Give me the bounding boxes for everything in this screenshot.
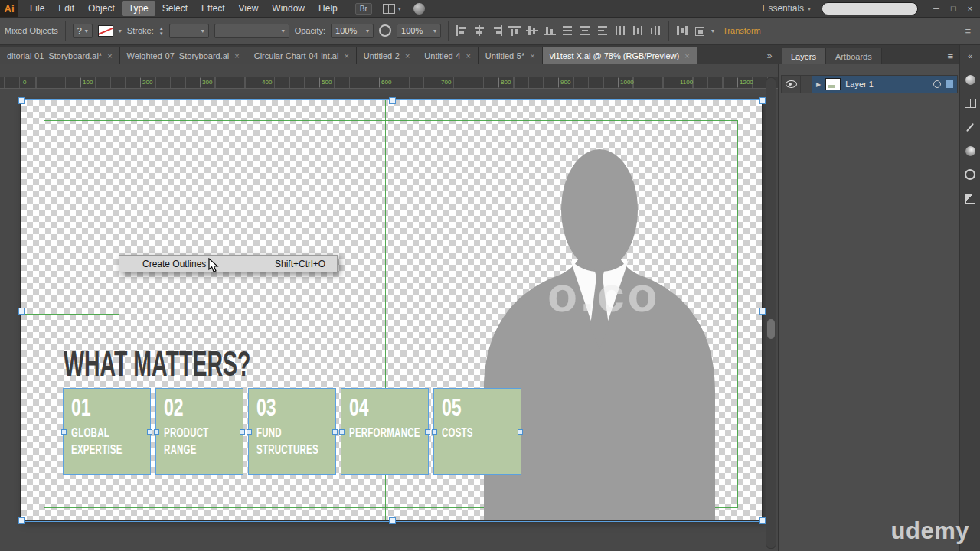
color-panel-icon[interactable] <box>964 73 976 86</box>
panel-tab-layers[interactable]: Layers <box>782 48 826 64</box>
stepper-up-icon[interactable]: ▲ <box>159 26 164 31</box>
headline-text[interactable]: WHAT MATTERS? <box>64 343 250 384</box>
menu-select[interactable]: Select <box>155 1 194 16</box>
menu-file[interactable]: File <box>23 1 51 16</box>
selection-handle[interactable] <box>339 429 345 435</box>
align-center-vertical-icon[interactable] <box>526 25 538 36</box>
info-box[interactable]: 03FUNDSTRUCTURES <box>249 389 335 474</box>
selection-handle[interactable] <box>61 429 67 435</box>
document-tab[interactable]: Circular Chart-04-int.ai× <box>247 47 357 64</box>
document-tab[interactable]: Untitled-4× <box>417 47 479 64</box>
document-setup-icon[interactable] <box>379 24 391 37</box>
align-to-selection-icon[interactable] <box>694 25 706 36</box>
distribute-left-icon[interactable] <box>614 25 626 36</box>
distribute-top-icon[interactable] <box>561 25 573 36</box>
opacity-field[interactable]: 100% ▾ <box>331 24 374 38</box>
document-tab[interactable]: ditorial-01_Storyboard.ai*× <box>0 47 120 64</box>
symbols-panel-icon[interactable] <box>964 145 976 157</box>
distribute-center-horizontal-icon[interactable] <box>632 25 644 36</box>
lock-cell[interactable] <box>801 76 812 93</box>
tab-close-icon[interactable]: × <box>234 51 239 60</box>
menu-type[interactable]: Type <box>122 1 155 16</box>
opacity-label[interactable]: Opacity: <box>295 26 325 35</box>
selection-handle[interactable] <box>154 429 159 435</box>
distribute-spacing-icon[interactable] <box>676 25 688 36</box>
info-box[interactable]: 01GLOBALEXPERTISE <box>64 389 150 474</box>
tab-close-icon[interactable]: × <box>530 51 534 60</box>
align-top-icon[interactable] <box>508 25 521 36</box>
selection-handle[interactable] <box>425 429 430 435</box>
document-tab[interactable]: Weighted-07_Storyboard.ai× <box>120 47 247 64</box>
chevron-down-icon[interactable]: ▾ <box>119 28 122 34</box>
menu-item-create-outlines[interactable]: Create Outlines <box>142 259 206 269</box>
menu-help[interactable]: Help <box>312 1 345 16</box>
stroke-label[interactable]: Stroke: <box>127 26 154 35</box>
brushes-panel-icon[interactable] <box>964 121 976 133</box>
appearance-panel-icon[interactable] <box>964 168 976 181</box>
arrange-documents-icon[interactable] <box>383 4 395 14</box>
menu-view[interactable]: View <box>232 1 266 16</box>
layer-expand-icon[interactable]: ▶ <box>816 81 821 88</box>
style-picker[interactable]: ? ▾ <box>73 24 93 38</box>
document-tab[interactable]: vi1test X.ai @ 78% (RGB/Preview)× <box>543 47 697 64</box>
control-panel-menu-icon[interactable]: ≡ <box>965 25 971 37</box>
tab-close-icon[interactable]: × <box>107 51 112 60</box>
layer-thumbnail[interactable] <box>825 78 841 90</box>
stroke-weight-select[interactable]: ▾ <box>169 24 209 38</box>
align-left-icon[interactable] <box>456 25 468 36</box>
tab-close-icon[interactable]: × <box>466 51 470 60</box>
tab-close-icon[interactable]: × <box>344 51 348 60</box>
info-box[interactable]: 02PRODUCTRANGE <box>156 389 243 474</box>
close-button[interactable]: × <box>968 0 972 17</box>
eye-icon[interactable] <box>786 80 797 88</box>
layer-selection-indicator[interactable] <box>946 80 953 88</box>
collapse-panels-icon[interactable]: « <box>964 50 976 62</box>
selection-handle[interactable] <box>247 429 252 435</box>
chevron-down-icon[interactable]: ▾ <box>398 5 401 12</box>
stroke-weight-stepper[interactable]: ▲ ▼ <box>159 26 164 36</box>
distribute-right-icon[interactable] <box>649 25 662 36</box>
variable-width-profile-select[interactable]: ▾ <box>214 24 289 38</box>
graphic-styles-panel-icon[interactable] <box>964 192 976 204</box>
selection-handle[interactable] <box>332 429 338 435</box>
info-box[interactable]: 05COSTS <box>434 389 521 474</box>
align-center-horizontal-icon[interactable] <box>473 25 485 36</box>
layer-name[interactable]: Layer 1 <box>845 80 874 89</box>
vertical-scrollbar[interactable] <box>766 77 776 549</box>
restore-button[interactable]: □ <box>951 0 956 17</box>
align-bottom-icon[interactable] <box>544 25 556 36</box>
info-box[interactable]: 04PERFORMANCE <box>341 389 428 474</box>
panel-tab-artboards[interactable]: Artboards <box>826 48 882 64</box>
tab-close-icon[interactable]: × <box>405 51 410 60</box>
distribute-center-vertical-icon[interactable] <box>579 25 591 36</box>
menu-object[interactable]: Object <box>81 1 122 16</box>
menu-window[interactable]: Window <box>265 1 312 16</box>
selection-handle[interactable] <box>518 429 523 435</box>
menu-edit[interactable]: Edit <box>51 1 81 16</box>
document-tab[interactable]: Untitled-2× <box>357 47 418 64</box>
visibility-cell[interactable] <box>782 76 801 93</box>
selection-handle[interactable] <box>432 429 437 435</box>
layer-row[interactable]: ▶ Layer 1 <box>781 75 958 93</box>
selection-handle[interactable] <box>240 429 245 435</box>
layer-row-main[interactable]: ▶ Layer 1 <box>812 76 957 93</box>
artboard[interactable]: o.co WHAT MATTERS? 01GLOBALEXPERTISE02PR… <box>21 99 762 520</box>
search-input[interactable] <box>822 2 918 15</box>
horizontal-ruler[interactable]: 0100200300400500600700800900100011001200 <box>0 77 778 89</box>
tab-close-icon[interactable]: × <box>684 51 689 60</box>
cs-live-icon[interactable] <box>413 3 425 15</box>
transform-link[interactable]: Transform <box>723 26 761 35</box>
document-tab[interactable]: Untitled-5*× <box>479 47 543 64</box>
align-right-icon[interactable] <box>491 25 503 36</box>
workspace-switcher[interactable]: Essentials ▾ <box>762 3 811 14</box>
stepper-down-icon[interactable]: ▼ <box>159 31 164 36</box>
type-menu-popup[interactable]: Create Outlines Shift+Ctrl+O <box>119 255 338 272</box>
distribute-bottom-icon[interactable] <box>596 25 609 36</box>
fill-none-swatch[interactable] <box>98 25 113 37</box>
zoom-select[interactable]: 100% ▾ <box>397 24 441 38</box>
swatches-panel-icon[interactable] <box>964 97 976 109</box>
tab-overflow-icon[interactable]: » <box>761 47 778 64</box>
layer-target-icon[interactable] <box>933 80 941 88</box>
chevron-down-icon[interactable]: ▾ <box>711 28 714 34</box>
minimize-button[interactable]: ─ <box>933 0 939 17</box>
